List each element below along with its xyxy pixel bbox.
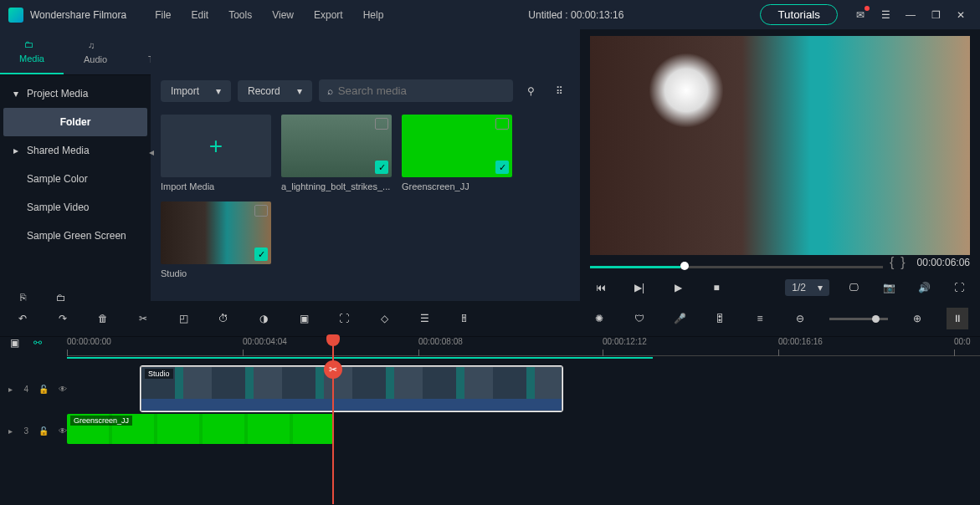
settings-icon[interactable]: ☰	[413, 308, 435, 329]
timeline-ruler[interactable]: 00:00:00:00 00:00:04:04 00:00:08:08 00:0…	[67, 337, 980, 362]
window-close-icon[interactable]: ✕	[950, 4, 972, 26]
video-track-icon: ▸	[7, 383, 13, 395]
track-header1-icon[interactable]: ▣	[8, 337, 20, 349]
plus-icon: +	[209, 133, 223, 160]
preview-video	[590, 36, 970, 255]
media-item[interactable]: ✓ Studio	[161, 201, 271, 278]
chevron-down-icon: ▾	[216, 85, 221, 97]
render-icon[interactable]: ✺	[588, 308, 610, 329]
eye-icon[interactable]: 👁	[59, 383, 67, 395]
track-head-video[interactable]: ▸ 4 🔓 👁	[0, 383, 67, 395]
voiceover-icon[interactable]: 🎤	[669, 308, 690, 329]
caret-down-icon: ▾	[12, 88, 20, 99]
zoom-in-icon[interactable]: ⊕	[906, 308, 928, 329]
video-badge-icon	[375, 118, 388, 130]
tab-media[interactable]: 🗀Media	[0, 29, 64, 74]
screenshot-icon[interactable]: ▣	[293, 308, 315, 329]
search-media-box[interactable]: ⌕	[319, 79, 513, 102]
folder-icon: 🗀	[24, 39, 39, 51]
playhead[interactable]: ✂	[332, 337, 334, 504]
display-icon[interactable]: 🖵	[843, 277, 865, 298]
list-icon[interactable]: ☰	[875, 4, 896, 26]
import-dropdown[interactable]: Import▾	[161, 80, 231, 102]
window-maximize-icon[interactable]: ❐	[925, 4, 947, 26]
zoom-ratio-select[interactable]: 1/2▾	[785, 279, 829, 296]
filter-icon[interactable]: ⚲	[520, 80, 541, 102]
media-item[interactable]: ✓ Greenscreen_JJ	[402, 115, 512, 191]
prev-frame-icon[interactable]: ⏮	[590, 277, 612, 298]
undo-icon[interactable]: ↶	[12, 308, 33, 329]
video-badge-icon	[254, 205, 268, 217]
check-icon: ✓	[375, 161, 388, 174]
track-manage-icon[interactable]: ≡	[749, 308, 771, 329]
volume-icon[interactable]: 🔊	[913, 277, 935, 298]
detach-icon[interactable]: ⛶	[333, 308, 355, 329]
media-item[interactable]: ✓ a_lightning_bolt_strikes_...	[281, 115, 392, 191]
tab-audio[interactable]: ♫Audio	[64, 29, 127, 74]
music-icon: ♫	[88, 40, 103, 52]
lock-icon[interactable]: 🔓	[38, 425, 49, 436]
menu-view[interactable]: View	[264, 6, 302, 24]
timeline-clip-greenscreen[interactable]: Greenscreen_JJ	[67, 414, 333, 444]
sidebar-folder[interactable]: Folder	[3, 108, 147, 136]
record-dropdown[interactable]: Record▾	[238, 80, 312, 102]
app-logo: Wondershare Filmora	[8, 8, 126, 23]
fullscreen-icon[interactable]: ⛶	[948, 277, 970, 298]
redo-icon[interactable]: ↷	[52, 308, 74, 329]
step-back-icon[interactable]: ▶|	[629, 277, 650, 298]
menu-help[interactable]: Help	[355, 6, 393, 24]
search-input[interactable]	[338, 84, 505, 97]
zoom-slider[interactable]	[829, 318, 888, 320]
chevron-down-icon: ▾	[818, 282, 823, 293]
zoom-out-icon[interactable]: ⊖	[789, 308, 811, 329]
menu-edit[interactable]: Edit	[183, 6, 218, 24]
snapshot-icon[interactable]: 📷	[878, 277, 900, 298]
sidebar-project-media[interactable]: ▾Project Media	[0, 79, 151, 108]
chevron-down-icon: ▾	[297, 85, 302, 97]
scissors-icon[interactable]: ✂	[324, 360, 342, 379]
app-name: Wondershare Filmora	[30, 9, 126, 21]
project-title: Untitled : 00:00:13:16	[528, 9, 623, 21]
preview-timecode: 00:00:06:06	[917, 257, 970, 268]
video-badge-icon	[495, 118, 509, 130]
mark-in-icon[interactable]: {	[890, 255, 894, 270]
link-icon[interactable]: ⚯	[32, 337, 44, 349]
track-head-overlay[interactable]: ▸ 3 🔓 👁	[0, 425, 67, 436]
check-icon: ✓	[254, 247, 268, 261]
crop-icon[interactable]: ◰	[172, 308, 194, 329]
menu-tools[interactable]: Tools	[220, 6, 260, 24]
check-icon: ✓	[495, 161, 509, 174]
sidebar-sample-greenscreen[interactable]: Sample Green Screen	[0, 222, 151, 250]
caret-right-icon: ▸	[12, 145, 20, 156]
timeline-clip-studio[interactable]: Studio	[141, 366, 562, 411]
sidebar-sample-color[interactable]: Sample Color	[0, 165, 151, 193]
delete-icon[interactable]: 🗑	[92, 308, 114, 329]
speed-icon[interactable]: ⏱	[213, 308, 234, 329]
menu-export[interactable]: Export	[305, 6, 351, 24]
sidebar-sample-video[interactable]: Sample Video	[0, 193, 151, 222]
preview-scrubber[interactable]	[590, 264, 883, 269]
grid-view-icon[interactable]: ⠿	[548, 80, 570, 102]
video-track-icon: ▸	[7, 425, 13, 436]
mixer-icon[interactable]: 🎛	[709, 308, 731, 329]
lock-icon[interactable]: 🔓	[38, 383, 49, 395]
window-minimize-icon[interactable]: —	[900, 4, 921, 26]
mark-out-icon[interactable]: }	[900, 255, 905, 270]
mail-icon[interactable]: ✉	[849, 4, 871, 26]
eye-icon[interactable]: 👁	[59, 425, 67, 436]
audio-adjust-icon[interactable]: 🎚	[454, 308, 475, 329]
keyframe-icon[interactable]: ◇	[373, 308, 395, 329]
logo-icon	[8, 8, 23, 23]
stop-icon[interactable]: ■	[705, 277, 727, 298]
menu-file[interactable]: File	[146, 6, 179, 24]
collapse-sidebar-icon[interactable]: ◂	[149, 146, 154, 158]
sidebar-shared-media[interactable]: ▸Shared Media	[0, 136, 151, 165]
play-icon[interactable]: ▶	[667, 277, 689, 298]
marker-icon[interactable]: 🛡	[629, 308, 650, 329]
media-import-tile[interactable]: + Import Media	[161, 115, 271, 191]
search-icon: ⌕	[327, 85, 333, 97]
color-icon[interactable]: ◑	[253, 308, 275, 329]
fit-timeline-icon[interactable]: ⏸	[947, 308, 968, 329]
tutorials-button[interactable]: Tutorials	[760, 4, 838, 25]
split-icon[interactable]: ✂	[132, 308, 154, 329]
